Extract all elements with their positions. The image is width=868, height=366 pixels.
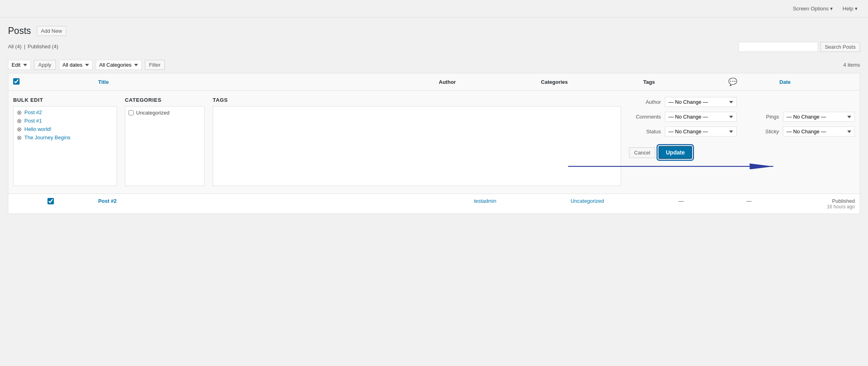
comments-select[interactable]: — No Change — <box>665 112 737 122</box>
post-list-title: Post #1 <box>24 118 42 124</box>
search-row: Search Posts <box>738 42 860 52</box>
pings-select[interactable]: — No Change — <box>783 112 855 122</box>
all-filter-link[interactable]: All (4) <box>8 44 22 49</box>
screen-options-button[interactable]: Screen Options ▾ <box>789 3 837 14</box>
bulk-edit-container: BULK EDIT ⊗ Post #2 ⊗ Post #1 <box>13 97 855 187</box>
screen-options-label: Screen Options <box>793 6 829 12</box>
help-chevron-icon: ▾ <box>855 6 858 12</box>
categories-list-box[interactable]: Uncategorized <box>125 106 205 186</box>
remove-post-icon[interactable]: ⊗ <box>17 135 22 140</box>
uncategorized-label: Uncategorized <box>136 110 170 116</box>
bulk-edit-posts-box: BULK EDIT ⊗ Post #2 ⊗ Post #1 <box>13 97 117 186</box>
bulk-edit-tags-box: Tags <box>213 97 621 187</box>
update-button[interactable]: Update <box>658 146 692 159</box>
row-author-cell: testadmin <box>434 194 536 214</box>
th-comments: 💬 <box>724 73 775 91</box>
th-categories: Categories <box>536 73 639 91</box>
remove-post-icon[interactable]: ⊗ <box>17 126 22 132</box>
row-categories-cell: Uncategorized <box>536 194 639 214</box>
comments-icon: 💬 <box>728 78 737 86</box>
sticky-select[interactable]: — No Change — <box>783 127 855 137</box>
apply-button[interactable]: Apply <box>34 60 56 70</box>
row-checkbox-cell <box>8 194 93 214</box>
tags-label: Tags <box>213 97 621 103</box>
posts-list-box[interactable]: ⊗ Post #2 ⊗ Post #1 ⊗ Hello world! <box>13 106 117 186</box>
comments-label: Comments <box>629 114 661 120</box>
select-all-checkbox[interactable] <box>13 78 20 85</box>
post-list-title: Hello world! <box>24 126 51 132</box>
row-checkbox[interactable] <box>47 198 54 204</box>
remove-post-icon[interactable]: ⊗ <box>17 118 22 124</box>
th-date[interactable]: Date <box>775 73 860 91</box>
all-filter-link-wrap: All (4) <box>8 44 22 49</box>
th-tags: Tags <box>639 73 724 91</box>
row-tags-cell: — <box>639 194 724 214</box>
table-row: Post #2 testadmin Uncategorized — — Publ… <box>8 194 860 214</box>
items-count: 4 items <box>843 62 860 68</box>
search-posts-button[interactable]: Search Posts <box>821 42 860 52</box>
list-item[interactable]: ⊗ Post #2 <box>14 108 117 117</box>
post-title-link[interactable]: Post #2 <box>98 198 117 204</box>
published-filter-link-wrap: Published (4) <box>28 44 58 49</box>
published-filter-link[interactable]: Published (4) <box>28 44 58 49</box>
search-input[interactable] <box>738 42 818 52</box>
date-status: Published <box>779 198 855 204</box>
author-link[interactable]: testadmin <box>474 198 496 204</box>
list-item[interactable]: ⊗ Hello world! <box>14 125 117 133</box>
date-ago: 16 hours ago <box>779 204 855 210</box>
table-nav: Edit Apply All dates All Categories Filt… <box>8 60 860 70</box>
posts-table: Title Author Categories Tags 💬 Date <box>8 73 860 214</box>
bulk-edit-actions: Cancel Update <box>629 146 855 159</box>
filter-button[interactable]: Filter <box>145 60 165 70</box>
post-list-title: The Journey Begins <box>24 135 71 140</box>
pings-label: Pings <box>747 114 779 120</box>
row-title-cell: Post #2 <box>93 194 434 214</box>
help-button[interactable]: Help ▾ <box>838 3 862 14</box>
status-select[interactable]: — No Change — <box>665 127 737 137</box>
author-select[interactable]: — No Change — <box>665 97 737 107</box>
categories-label: Categories <box>125 97 205 103</box>
uncategorized-checkbox[interactable] <box>129 110 134 115</box>
add-new-button[interactable]: Add New <box>37 26 67 36</box>
screen-options-chevron-icon: ▾ <box>830 6 833 12</box>
author-label: Author <box>629 99 661 105</box>
author-field-row: Author — No Change — <box>629 97 855 107</box>
subsubsub: All (4) | Published (4) <box>8 44 58 49</box>
cat-item: Uncategorized <box>125 108 204 117</box>
list-item[interactable]: ⊗ Post #1 <box>14 117 117 125</box>
tags-textarea[interactable] <box>213 106 621 186</box>
bulk-edit-cell: BULK EDIT ⊗ Post #2 ⊗ Post #1 <box>8 91 860 194</box>
dates-filter-select[interactable]: All dates <box>59 60 93 70</box>
category-link[interactable]: Uncategorized <box>571 198 604 204</box>
post-list-title: Post #2 <box>24 109 42 115</box>
bulk-action-select[interactable]: Edit <box>8 60 31 70</box>
page-title: Posts <box>8 26 31 36</box>
th-checkbox <box>8 73 93 91</box>
status-sticky-row: Status — No Change — Sticky — No Change … <box>629 127 855 137</box>
sticky-label: Sticky <box>747 129 779 135</box>
row-comments-cell: — <box>724 194 775 214</box>
comments-pings-row: Comments — No Change — Pings — No Change… <box>629 112 855 122</box>
th-author: Author <box>434 73 536 91</box>
th-title[interactable]: Title <box>93 73 434 91</box>
list-item[interactable]: ⊗ The Journey Begins <box>14 133 117 142</box>
status-label: Status <box>629 129 661 135</box>
bulk-edit-fields: Author — No Change — Comments — No Chang… <box>629 97 855 159</box>
remove-post-icon[interactable]: ⊗ <box>17 109 22 115</box>
bulk-edit-label: BULK EDIT <box>13 97 117 103</box>
help-label: Help <box>842 6 853 12</box>
cancel-button[interactable]: Cancel <box>629 147 655 158</box>
categories-filter-select[interactable]: All Categories <box>96 60 142 70</box>
bulk-edit-categories-box: Categories Uncategorized <box>125 97 205 186</box>
bulk-edit-row: BULK EDIT ⊗ Post #2 ⊗ Post #1 <box>8 91 860 194</box>
row-date-cell: Published 16 hours ago <box>775 194 860 214</box>
